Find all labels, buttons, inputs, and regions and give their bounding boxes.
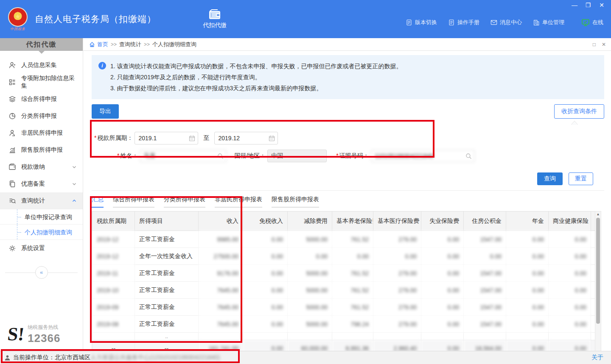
- cell-income-item: 全年一次性奖金收入: [135, 248, 199, 265]
- column-header-2: 收入: [199, 211, 243, 231]
- envelope-icon: [490, 19, 497, 26]
- cell-value-6: 1547.00: [464, 299, 506, 316]
- period-end-input[interactable]: [214, 132, 278, 144]
- tab-0[interactable]: 汇总: [92, 196, 104, 208]
- chevron-down-icon: [72, 181, 77, 186]
- table-row: 2019-08正常工资薪金7645.000.005000.00798.24279…: [92, 316, 595, 333]
- period-label: 税款所属期：: [97, 134, 133, 141]
- sidebar-item-5[interactable]: 限售股所得申报: [0, 142, 83, 158]
- close-button[interactable]: ✕: [598, 2, 605, 8]
- cell-income-item: 正常工资薪金: [135, 299, 199, 316]
- column-header-4: 减除费用: [288, 211, 332, 231]
- minimize-button[interactable]: —: [571, 2, 578, 8]
- cell-empty: [373, 333, 421, 340]
- id-number-label: 证照号码：: [339, 152, 369, 159]
- sidebar-item-0[interactable]: 人员信息采集: [0, 57, 83, 74]
- total-value-5: 0.00: [421, 340, 464, 351]
- table-row: 2019-10正常工资薪金7645.000.005000.00761.52279…: [92, 282, 595, 299]
- column-header-10: 商业健康保险: [549, 211, 591, 231]
- sidebar-item-label: 分类所得申报: [21, 112, 57, 120]
- cell-period: 2019-12: [92, 248, 135, 265]
- notice-line: 2. 只能查询2019年及之后的数据，不能进行跨年度查询。: [110, 72, 402, 83]
- id-number-input[interactable]: [371, 150, 475, 162]
- sidebar-item-2[interactable]: 综合所得申报: [0, 91, 83, 108]
- bar-chart-icon: [8, 146, 16, 154]
- sidebar-item-4[interactable]: 非居民所得申报: [0, 125, 83, 142]
- panel-close-button[interactable]: ✕: [602, 42, 606, 47]
- total-value-8: 0.00: [549, 340, 591, 351]
- document-icon: [406, 19, 412, 26]
- window-controls: — ❐ ✕: [571, 2, 605, 8]
- cell-value-7: 0.00: [506, 265, 549, 282]
- sidebar-subitem-1[interactable]: 个人扣缴明细查询: [0, 225, 83, 240]
- tab-1[interactable]: 综合所得申报表: [113, 196, 154, 208]
- about-link[interactable]: 关于: [591, 354, 603, 361]
- result-table: 税款所属期所得项目收入免税收入减除费用基本养老保险费基本医疗保险费失业保险费住房…: [92, 211, 595, 351]
- cell-value-1: 0.00: [243, 282, 288, 299]
- module-tab-withholding[interactable]: 代扣代缴: [203, 9, 227, 29]
- sidebar-item-3[interactable]: 分类所得申报: [0, 108, 83, 125]
- name-input[interactable]: [140, 150, 227, 162]
- table-totals-row: ----161,741.000.0060,000.008,991.362,960…: [92, 340, 595, 351]
- cell-value-9: [591, 316, 595, 333]
- cell-empty: [332, 333, 373, 340]
- period-start-input[interactable]: [135, 132, 198, 144]
- sidebar-item-9[interactable]: 系统设置: [0, 240, 83, 257]
- top-menu-item-3[interactable]: 单位管理: [533, 19, 564, 26]
- scroll-up-arrow[interactable]: ▲: [597, 211, 600, 217]
- tab-3[interactable]: 非居民所得申报表: [215, 196, 262, 208]
- reset-button[interactable]: 重置: [569, 172, 593, 185]
- sidebar-item-6[interactable]: 税款缴纳: [0, 158, 83, 175]
- scroll-down-arrow[interactable]: ▼: [597, 350, 600, 351]
- top-menu: 版本切换操作手册消息中心单位管理: [406, 19, 564, 26]
- tab-2[interactable]: 分类所得申报表: [164, 196, 205, 208]
- top-menu-item-1[interactable]: 操作手册: [448, 19, 479, 26]
- vertical-scroll-thumb[interactable]: [596, 218, 600, 324]
- sidebar-item-7[interactable]: 优惠备案: [0, 175, 83, 192]
- vertical-scrollbar[interactable]: ▲ ▼: [595, 211, 601, 351]
- document-icon: [448, 19, 455, 26]
- query-button[interactable]: 查询: [537, 172, 563, 185]
- total-value-6: 18,564.00: [464, 340, 506, 351]
- national-emblem-icon: [8, 7, 28, 27]
- sidebar-subitem-0[interactable]: 单位申报记录查询: [0, 209, 83, 225]
- cell-empty: [549, 333, 591, 340]
- cell-income-item: 正常工资薪金: [135, 231, 199, 248]
- cell-value-5: 0.00: [421, 248, 464, 265]
- breadcrumb-item-query-stats[interactable]: 查询统计: [119, 41, 141, 48]
- nationality-label: 国籍/地区：: [234, 152, 266, 160]
- form-list-icon: [8, 78, 16, 86]
- restore-button[interactable]: ❐: [585, 2, 591, 8]
- export-button[interactable]: 导出: [92, 104, 119, 119]
- sidebar-item-1[interactable]: 专项附加扣除信息采集: [0, 74, 83, 91]
- cell-period: 2019-09: [92, 299, 135, 316]
- cell-value-2: 5000.00: [288, 316, 332, 333]
- cell-empty: [506, 333, 549, 340]
- cell-value-0: 7645.00: [199, 299, 243, 316]
- cell-value-8: 0.00: [549, 282, 591, 299]
- sidebar-collapse-button[interactable]: «: [35, 266, 48, 279]
- top-menu-item-2[interactable]: 消息中心: [490, 19, 522, 26]
- top-menu-item-0[interactable]: 版本切换: [406, 19, 437, 26]
- breadcrumb-home[interactable]: 首页: [97, 41, 108, 48]
- tab-4[interactable]: 限售股所得申报表: [272, 196, 319, 208]
- cell-value-7: 0.00: [506, 299, 549, 316]
- current-unit-label: 当前操作单位：: [13, 354, 55, 361]
- collapse-query-button[interactable]: 收折查询条件: [554, 104, 604, 119]
- cell-value-2: 5000.00: [288, 299, 332, 316]
- cell-value-6: 1547.00: [464, 282, 506, 299]
- panel-restore-button[interactable]: □: [593, 42, 596, 47]
- person-alt-icon: [8, 129, 16, 137]
- cell-value-5: 0.00: [421, 316, 464, 333]
- sidebar-item-8[interactable]: 查询统计: [0, 192, 83, 209]
- collapse-caret: [571, 118, 578, 125]
- status-bar: 当前操作单位：北京市西城区人力资源公共服务中心(1231010219930422…: [0, 351, 611, 364]
- cell-period: 2019-10: [92, 282, 135, 299]
- tax-emblem-logo: 中国税务: [7, 7, 29, 33]
- result-tabs: 汇总综合所得申报表分类所得申报表非居民所得申报表限售股所得申报表: [92, 196, 604, 208]
- building-icon: [533, 19, 540, 26]
- cell-value-1: 0.00: [243, 316, 288, 333]
- cell-empty: [199, 333, 243, 340]
- cell-value-0: 7645.00: [199, 282, 243, 299]
- cell-empty: [591, 333, 595, 340]
